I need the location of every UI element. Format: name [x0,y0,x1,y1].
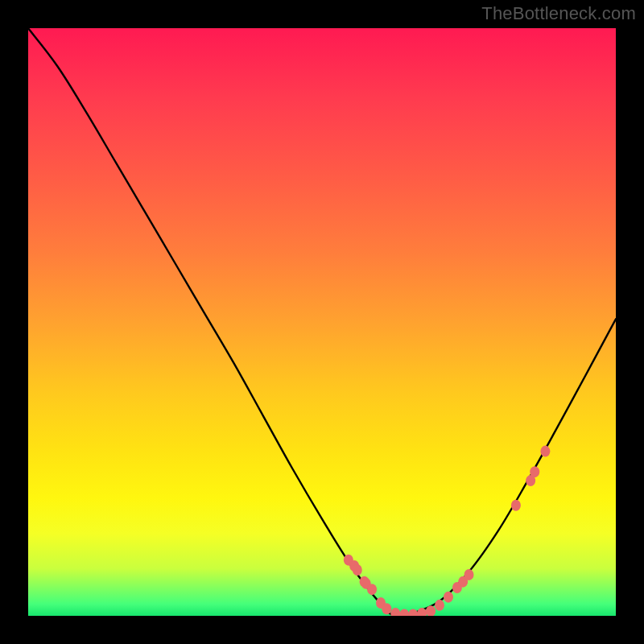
chart-frame: TheBottleneck.com [0,0,644,644]
marker-point [408,609,418,616]
marker-group [344,446,551,616]
marker-point [444,592,453,603]
marker-point [464,569,474,580]
curve-svg [28,28,616,616]
marker-point [540,446,550,457]
marker-point [382,603,391,614]
marker-point [530,466,539,477]
series-curve [28,28,616,616]
plot-area [28,28,616,616]
watermark-text: TheBottleneck.com [481,3,636,24]
marker-point [353,564,362,576]
marker-point [367,584,377,595]
marker-point [390,608,400,616]
marker-point [511,500,521,511]
marker-point [399,609,409,616]
marker-point [435,600,444,611]
